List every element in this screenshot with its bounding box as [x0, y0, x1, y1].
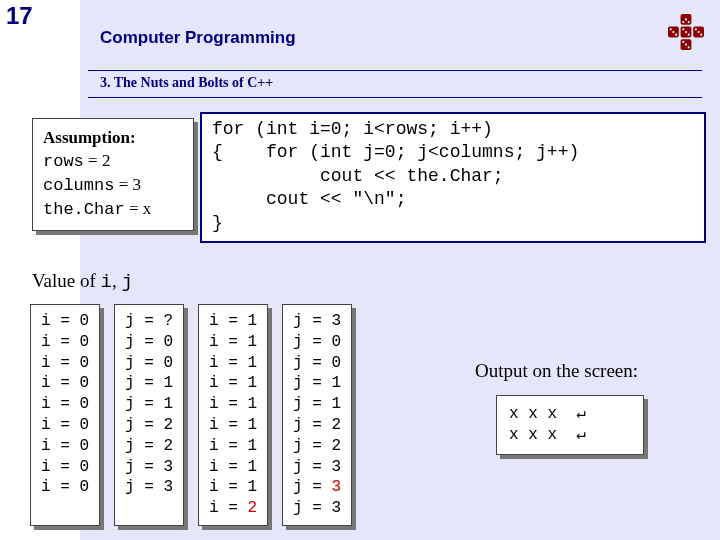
logo-icon: [668, 14, 704, 50]
subtitle-bar: 3. The Nuts and Bolts of C++: [80, 70, 710, 98]
svg-point-12: [695, 28, 697, 30]
output-box: x x x ↵ x x x ↵: [496, 395, 644, 455]
svg-point-13: [700, 34, 702, 36]
svg-point-11: [698, 31, 700, 33]
trace-col-4: j = 3 j = 0 j = 0 j = 1 j = 1 j = 2 j = …: [282, 304, 352, 526]
valueof-i: i: [101, 271, 112, 293]
svg-point-6: [682, 21, 684, 23]
svg-point-8: [672, 31, 674, 33]
svg-point-7: [688, 21, 690, 23]
trace-col-4-a: j = 3 j = 0 j = 0 j = 1 j = 1 j = 2 j = …: [293, 312, 341, 496]
svg-point-5: [685, 18, 687, 20]
svg-point-18: [682, 28, 684, 30]
valueof-sep: ,: [112, 270, 122, 291]
svg-point-14: [685, 44, 687, 46]
trace-col-3: i = 1 i = 1 i = 1 i = 1 i = 1 i = 1 i = …: [198, 304, 268, 526]
svg-point-16: [688, 46, 690, 48]
valueof-j: j: [122, 271, 133, 293]
svg-point-9: [670, 28, 672, 30]
trace-col-2: j = ? j = 0 j = 0 j = 1 j = 1 j = 2 j = …: [114, 304, 184, 526]
char-label: the.Char: [43, 200, 125, 219]
trace-col-3-body: i = 1 i = 1 i = 1 i = 1 i = 1 i = 1 i = …: [209, 312, 257, 517]
output-label: Output on the screen:: [475, 360, 638, 382]
rows-value: = 2: [88, 151, 110, 170]
slide-number: 17: [6, 2, 33, 30]
rows-label: rows: [43, 152, 84, 171]
valueof-prefix: Value of: [32, 270, 101, 291]
svg-point-15: [682, 41, 684, 43]
assumption-box: Assumption: rows = 2 columns = 3 the.Cha…: [32, 118, 194, 231]
trace-columns: i = 0 i = 0 i = 0 i = 0 i = 0 i = 0 i = …: [30, 304, 352, 526]
code-box: for (int i=0; i<rows; i++) { for (int j=…: [200, 112, 706, 243]
trace-col-3-red: 2: [247, 499, 257, 517]
svg-point-17: [685, 31, 687, 33]
char-value: = x: [129, 199, 151, 218]
trace-col-4-b: j = 3: [293, 499, 341, 517]
trace-col-1: i = 0 i = 0 i = 0 i = 0 i = 0 i = 0 i = …: [30, 304, 100, 526]
value-of-label: Value of i, j: [32, 270, 133, 293]
assumption-heading: Assumption:: [43, 128, 136, 147]
subtitle-text: 3. The Nuts and Bolts of C++: [80, 71, 710, 97]
svg-point-19: [688, 34, 690, 36]
trace-col-4-red: 3: [331, 478, 341, 496]
columns-value: = 3: [119, 175, 141, 194]
columns-label: columns: [43, 176, 114, 195]
svg-point-10: [675, 34, 677, 36]
page-title: Computer Programming: [100, 28, 296, 48]
